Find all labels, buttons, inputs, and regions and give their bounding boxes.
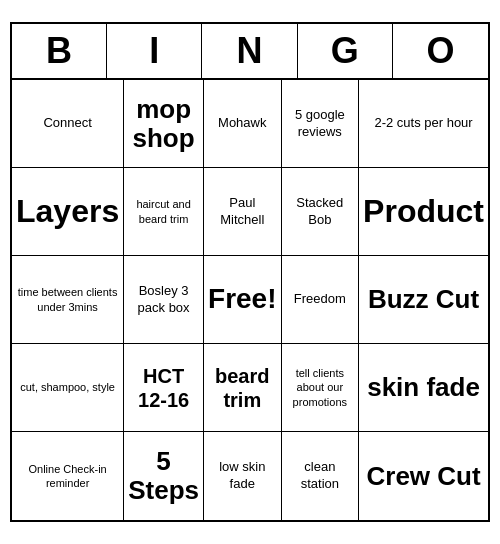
cell-text-4: 2-2 cuts per hour xyxy=(374,115,472,132)
cell-text-3: 5 google reviews xyxy=(286,107,355,141)
cell-text-21: 5 Steps xyxy=(128,447,199,504)
cell-21: 5 Steps xyxy=(124,432,204,520)
cell-4: 2-2 cuts per hour xyxy=(359,80,488,168)
cell-18: tell clients about our promotions xyxy=(282,344,360,432)
cell-9: Product xyxy=(359,168,488,256)
cell-24: Crew Cut xyxy=(359,432,488,520)
bingo-letter-i: I xyxy=(107,24,202,78)
cell-20: Online Check-in reminder xyxy=(12,432,124,520)
cell-text-2: Mohawk xyxy=(218,115,266,132)
cell-text-11: Bosley 3 pack box xyxy=(128,283,199,317)
cell-text-5: Layers xyxy=(16,194,119,229)
cell-2: Mohawk xyxy=(204,80,282,168)
cell-text-8: Stacked Bob xyxy=(286,195,355,229)
bingo-letter-n: N xyxy=(202,24,297,78)
cell-0: Connect xyxy=(12,80,124,168)
cell-text-23: clean station xyxy=(286,459,355,493)
cell-text-1: mop shop xyxy=(128,95,199,152)
bingo-letter-b: B xyxy=(12,24,107,78)
cell-13: Freedom xyxy=(282,256,360,344)
cell-text-22: low skin fade xyxy=(208,459,277,493)
cell-text-6: haircut and beard trim xyxy=(128,197,199,226)
cell-19: skin fade xyxy=(359,344,488,432)
cell-text-20: Online Check-in reminder xyxy=(16,462,119,491)
cell-text-15: cut, shampoo, style xyxy=(20,380,115,394)
cell-6: haircut and beard trim xyxy=(124,168,204,256)
bingo-header: BINGO xyxy=(12,24,488,80)
bingo-card: BINGO Connectmop shopMohawk5 google revi… xyxy=(10,22,490,522)
cell-17: beard trim xyxy=(204,344,282,432)
cell-text-18: tell clients about our promotions xyxy=(286,366,355,409)
bingo-letter-o: O xyxy=(393,24,488,78)
cell-22: low skin fade xyxy=(204,432,282,520)
cell-16: HCT 12-16 xyxy=(124,344,204,432)
cell-5: Layers xyxy=(12,168,124,256)
cell-10: time between clients under 3mins xyxy=(12,256,124,344)
cell-14: Buzz Cut xyxy=(359,256,488,344)
cell-text-24: Crew Cut xyxy=(366,462,480,491)
cell-11: Bosley 3 pack box xyxy=(124,256,204,344)
cell-7: Paul Mitchell xyxy=(204,168,282,256)
cell-text-9: Product xyxy=(363,194,484,229)
cell-text-13: Freedom xyxy=(294,291,346,308)
cell-12: Free! xyxy=(204,256,282,344)
cell-text-14: Buzz Cut xyxy=(368,285,479,314)
cell-text-10: time between clients under 3mins xyxy=(16,285,119,314)
bingo-letter-g: G xyxy=(298,24,393,78)
cell-text-0: Connect xyxy=(43,115,91,132)
cell-text-12: Free! xyxy=(208,281,276,317)
cell-text-7: Paul Mitchell xyxy=(208,195,277,229)
cell-3: 5 google reviews xyxy=(282,80,360,168)
cell-text-19: skin fade xyxy=(367,373,480,402)
cell-23: clean station xyxy=(282,432,360,520)
cell-15: cut, shampoo, style xyxy=(12,344,124,432)
bingo-grid: Connectmop shopMohawk5 google reviews2-2… xyxy=(12,80,488,520)
cell-1: mop shop xyxy=(124,80,204,168)
cell-text-17: beard trim xyxy=(208,364,277,412)
cell-text-16: HCT 12-16 xyxy=(128,364,199,412)
cell-8: Stacked Bob xyxy=(282,168,360,256)
